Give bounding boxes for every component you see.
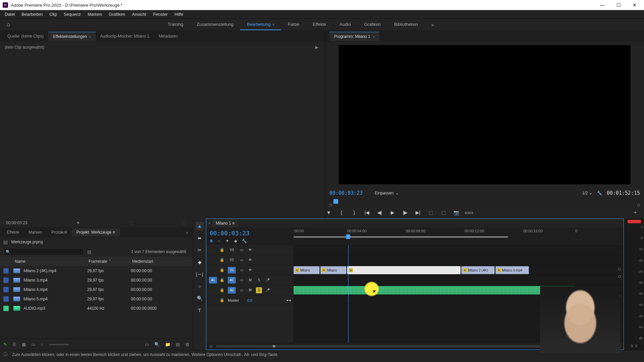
fit-dropdown[interactable]: Einpassen ⌄ — [375, 191, 399, 195]
hand-tool[interactable]: 🔍 — [196, 294, 204, 302]
track-v2-header[interactable]: 🔒 V2 ▭ 👁 — [206, 255, 293, 265]
tab-effect-controls[interactable]: Effekteinstellungen≡ — [48, 32, 95, 41]
source-patch-a1[interactable]: A1 — [209, 277, 217, 284]
zoom-handle-left[interactable] — [210, 345, 212, 348]
eye-icon[interactable]: 👁 — [247, 257, 253, 263]
go-to-in-icon[interactable]: |◀ — [364, 209, 370, 216]
automate-icon[interactable]: ▭ — [145, 342, 149, 347]
slip-tool[interactable]: |↔| — [196, 270, 204, 278]
more-icon[interactable]: » — [186, 230, 188, 235]
type-tool[interactable]: T — [196, 306, 204, 314]
snap-icon[interactable]: ❋ — [210, 239, 213, 243]
menu-bearbeiten[interactable]: Bearbeiten — [18, 10, 46, 18]
mark-in-icon[interactable]: { — [338, 209, 345, 216]
menu-grafiken[interactable]: Grafiken — [105, 10, 128, 18]
project-row[interactable]: Milano 3.mp429,97 fps00:00:00:00 — [0, 276, 193, 285]
list-view-icon[interactable]: ☰ — [12, 342, 16, 347]
toggle-output-icon[interactable]: ▭ — [238, 277, 245, 283]
lock-icon[interactable]: 🔒 — [220, 268, 225, 272]
menu-fenster[interactable]: Fenster — [150, 10, 171, 18]
scrubber-handle-left[interactable] — [329, 204, 332, 206]
arrow-right-icon[interactable]: ▶ — [315, 45, 318, 50]
track-target-a2[interactable]: A2 — [228, 287, 236, 294]
zoom-slider-icon[interactable]: ○ — [41, 342, 43, 347]
timeline-timecode[interactable]: 00:00:03:23 — [210, 230, 290, 237]
menu-icon[interactable]: ≡ — [373, 35, 375, 39]
track-v1-lane[interactable]: fxMilanofxMilanofxfxMilano 2 (4K)fxMilan… — [293, 265, 624, 275]
menu-marken[interactable]: Marken — [84, 10, 105, 18]
marker-icon[interactable]: ◆ — [234, 239, 237, 243]
project-row[interactable]: Milano 4.mp429,97 fps00:00:00:00 — [0, 285, 193, 294]
program-timecode[interactable]: 00:00:03:23 — [329, 190, 363, 196]
close-sequence-icon[interactable]: × — [208, 221, 210, 225]
project-row[interactable]: Milano 5.mp429,97 fps00:00:00:00 — [0, 294, 193, 304]
track-target-a1[interactable]: A1 — [228, 277, 236, 284]
new-item-button[interactable]: ▤ — [176, 342, 180, 347]
insert-icon[interactable]: ⬚ — [129, 221, 133, 225]
toggle-output-icon[interactable]: ▭ — [238, 247, 245, 253]
menu-icon[interactable]: ≡ — [113, 230, 115, 235]
razor-tool[interactable]: ◆ — [196, 258, 204, 266]
scrubber-playhead[interactable] — [333, 199, 338, 204]
new-bin-icon[interactable]: 📁 — [165, 342, 170, 347]
playhead-head[interactable] — [346, 234, 350, 239]
ripple-edit-tool[interactable]: ✂ — [196, 246, 204, 254]
menu-icon[interactable]: ≡ — [272, 23, 274, 26]
home-icon[interactable]: ⌂ — [7, 21, 13, 28]
meter-solo-right[interactable]: S — [635, 344, 638, 348]
scroll-handle-icon[interactable] — [618, 268, 621, 270]
track-v2-lane[interactable] — [293, 255, 624, 265]
extract-icon[interactable]: ⬚ — [440, 209, 447, 216]
workspace-tab-training[interactable]: Training — [161, 19, 190, 30]
track-v3-lane[interactable] — [293, 245, 624, 255]
track-master-header[interactable]: 🔒 Master 0,0 ▸◂ — [206, 295, 293, 305]
mark-out-icon[interactable]: } — [351, 209, 358, 216]
tab-history[interactable]: Protokoll — [47, 228, 72, 236]
add-marker-icon[interactable]: ▼ — [325, 209, 332, 216]
collapse-icon[interactable]: ▸◂ — [287, 298, 291, 302]
lock-icon[interactable]: 🔒 — [220, 298, 225, 302]
timeline-playhead[interactable] — [348, 245, 348, 343]
selection-tool[interactable]: ▲ — [196, 222, 204, 230]
track-target-v2[interactable]: V2 — [228, 257, 236, 263]
menu-hilfe[interactable]: Hilfe — [171, 10, 186, 18]
workspace-tab-grafiken[interactable]: Grafiken — [358, 19, 387, 30]
track-a2-header[interactable]: 🔒 A2 ▭ M S 🎤 — [206, 285, 293, 295]
freeform-view-icon[interactable]: ▭ — [31, 342, 35, 347]
workspace-tab-farbe[interactable]: Farbe — [281, 19, 306, 30]
filter-icon[interactable]: ▼ — [76, 221, 80, 225]
toggle-output-icon[interactable]: ▭ — [238, 267, 245, 273]
step-back-icon[interactable]: ◀| — [376, 209, 383, 216]
wrench-icon[interactable]: 🔧 — [597, 191, 602, 195]
menu-icon[interactable]: ≡ — [89, 35, 91, 39]
eye-icon[interactable]: 👁 — [247, 247, 253, 253]
tab-source[interactable]: Quelle: (keine Clips) — [3, 32, 48, 41]
play-icon[interactable]: ▶ — [389, 209, 396, 216]
voice-over-icon[interactable]: 🎤 — [265, 287, 271, 293]
timeline-ruler[interactable]: :00:0000:00:04:0000:00:08:0000:00:12:000… — [293, 228, 624, 245]
solo-button[interactable]: S — [256, 277, 262, 283]
audio-clip[interactable] — [293, 286, 575, 295]
zoom-dropdown[interactable]: 1/2 ⌄ — [582, 191, 592, 195]
view-toggle-icon[interactable]: ▤ — [87, 249, 91, 254]
video-clip[interactable]: fx — [347, 266, 461, 274]
track-a1-header[interactable]: A1 🔒 A1 ▭ M S 🎤 — [206, 275, 293, 285]
track-target-v3[interactable]: V3 — [228, 247, 236, 253]
lock-icon[interactable]: 🔒 — [220, 258, 225, 262]
voice-over-icon[interactable]: 🎤 — [265, 277, 271, 283]
tab-audio-mixer[interactable]: Audioclip-Mischer: Milano 1 — [96, 32, 154, 41]
zoom-slider[interactable] — [49, 344, 69, 345]
track-select-tool[interactable]: ⬌ — [196, 234, 204, 242]
workspace-tab-zusammenstellung[interactable]: Zusammenstellung — [190, 19, 240, 30]
bin-icon[interactable]: ▤ — [3, 239, 8, 245]
mute-button[interactable]: M — [247, 287, 253, 293]
toggle-output-icon[interactable]: ▭ — [238, 257, 245, 263]
add-marker-icon[interactable]: ▼ — [225, 239, 229, 243]
col-mediastart[interactable]: Medienstart — [132, 259, 193, 264]
maximize-button[interactable]: ☐ — [614, 2, 623, 8]
linked-selection-icon[interactable]: ∩ — [218, 239, 221, 243]
video-clip[interactable]: fxMilano 3.mp4 — [495, 266, 529, 274]
tab-project[interactable]: Projekt: Werkzeuge ≡ — [72, 228, 120, 236]
lift-icon[interactable]: ⬚ — [427, 209, 434, 216]
mute-button[interactable]: M — [247, 277, 253, 283]
